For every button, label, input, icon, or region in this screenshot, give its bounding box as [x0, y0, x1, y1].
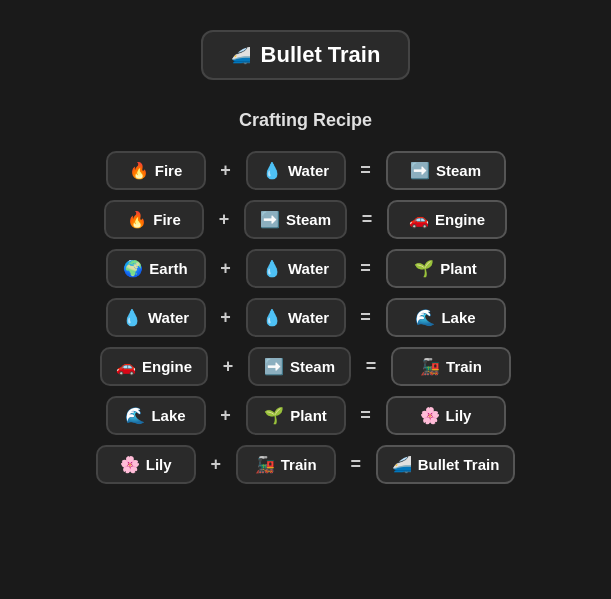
- recipe-row: 🚗Engine+➡️Steam=🚂Train: [46, 347, 566, 386]
- plus-operator: +: [216, 160, 236, 181]
- recipe-3-input2: 💧Water: [246, 298, 346, 337]
- input1-label: Earth: [149, 260, 187, 277]
- plus-operator: +: [206, 454, 226, 475]
- recipe-1-result: 🚗Engine: [387, 200, 507, 239]
- result-icon: 🚗: [409, 210, 429, 229]
- input2-icon: 🚂: [255, 455, 275, 474]
- input2-icon: ➡️: [264, 357, 284, 376]
- recipe-0-input1: 🔥Fire: [106, 151, 206, 190]
- result-label: Engine: [435, 211, 485, 228]
- recipe-row: 🔥Fire+💧Water=➡️Steam: [46, 151, 566, 190]
- recipe-5-input1: 🌊Lake: [106, 396, 206, 435]
- input2-label: Train: [281, 456, 317, 473]
- input2-icon: ➡️: [260, 210, 280, 229]
- recipe-1-input1: 🔥Fire: [104, 200, 204, 239]
- input1-label: Fire: [153, 211, 181, 228]
- input2-label: Water: [288, 309, 329, 326]
- recipe-4-input2: ➡️Steam: [248, 347, 351, 386]
- recipe-4-result: 🚂Train: [391, 347, 511, 386]
- equals-operator: =: [361, 356, 381, 377]
- input1-icon: 🌊: [125, 406, 145, 425]
- result-label: Train: [446, 358, 482, 375]
- recipe-1-input2: ➡️Steam: [244, 200, 347, 239]
- result-label: Lake: [441, 309, 475, 326]
- result-icon: 🌱: [414, 259, 434, 278]
- result-icon: 🌊: [415, 308, 435, 327]
- recipe-5-input2: 🌱Plant: [246, 396, 346, 435]
- input2-icon: 💧: [262, 259, 282, 278]
- recipe-2-result: 🌱Plant: [386, 249, 506, 288]
- equals-operator: =: [356, 258, 376, 279]
- input1-label: Fire: [155, 162, 183, 179]
- input1-icon: 🌸: [120, 455, 140, 474]
- result-icon: 🌸: [420, 406, 440, 425]
- result-label: Steam: [436, 162, 481, 179]
- plus-operator: +: [216, 258, 236, 279]
- input1-label: Lake: [151, 407, 185, 424]
- plus-operator: +: [214, 209, 234, 230]
- result-label: Plant: [440, 260, 477, 277]
- result-label: Lily: [446, 407, 472, 424]
- input2-icon: 💧: [262, 308, 282, 327]
- plus-operator: +: [218, 356, 238, 377]
- title-badge: 🚄 Bullet Train: [201, 30, 411, 80]
- recipe-2-input1: 🌍Earth: [106, 249, 206, 288]
- recipe-4-input1: 🚗Engine: [100, 347, 208, 386]
- result-icon: ➡️: [410, 161, 430, 180]
- input1-icon: 💧: [122, 308, 142, 327]
- recipe-row: 🔥Fire+➡️Steam=🚗Engine: [46, 200, 566, 239]
- input2-label: Water: [288, 260, 329, 277]
- input1-label: Lily: [146, 456, 172, 473]
- input1-label: Engine: [142, 358, 192, 375]
- input2-label: Steam: [290, 358, 335, 375]
- input1-label: Water: [148, 309, 189, 326]
- equals-operator: =: [356, 405, 376, 426]
- input1-icon: 🔥: [129, 161, 149, 180]
- input2-icon: 🌱: [264, 406, 284, 425]
- equals-operator: =: [356, 307, 376, 328]
- recipe-6-input1: 🌸Lily: [96, 445, 196, 484]
- equals-operator: =: [356, 160, 376, 181]
- title-text: Bullet Train: [261, 42, 381, 68]
- result-label: Bullet Train: [418, 456, 500, 473]
- title-icon: 🚄: [231, 46, 251, 65]
- input2-label: Steam: [286, 211, 331, 228]
- recipe-0-input2: 💧Water: [246, 151, 346, 190]
- plus-operator: +: [216, 307, 236, 328]
- recipe-5-result: 🌸Lily: [386, 396, 506, 435]
- recipe-3-input1: 💧Water: [106, 298, 206, 337]
- result-icon: 🚄: [392, 455, 412, 474]
- recipe-3-result: 🌊Lake: [386, 298, 506, 337]
- recipe-row: 🌸Lily+🚂Train=🚄Bullet Train: [46, 445, 566, 484]
- result-icon: 🚂: [420, 357, 440, 376]
- recipe-row: 🌍Earth+💧Water=🌱Plant: [46, 249, 566, 288]
- input1-icon: 🔥: [127, 210, 147, 229]
- input2-label: Water: [288, 162, 329, 179]
- recipe-2-input2: 💧Water: [246, 249, 346, 288]
- recipes-container: 🔥Fire+💧Water=➡️Steam🔥Fire+➡️Steam=🚗Engin…: [46, 151, 566, 484]
- recipe-6-result: 🚄Bullet Train: [376, 445, 516, 484]
- equals-operator: =: [346, 454, 366, 475]
- recipe-row: 🌊Lake+🌱Plant=🌸Lily: [46, 396, 566, 435]
- recipe-0-result: ➡️Steam: [386, 151, 506, 190]
- recipe-row: 💧Water+💧Water=🌊Lake: [46, 298, 566, 337]
- input2-label: Plant: [290, 407, 327, 424]
- input2-icon: 💧: [262, 161, 282, 180]
- equals-operator: =: [357, 209, 377, 230]
- input1-icon: 🌍: [123, 259, 143, 278]
- recipe-6-input2: 🚂Train: [236, 445, 336, 484]
- plus-operator: +: [216, 405, 236, 426]
- section-title: Crafting Recipe: [239, 110, 372, 131]
- input1-icon: 🚗: [116, 357, 136, 376]
